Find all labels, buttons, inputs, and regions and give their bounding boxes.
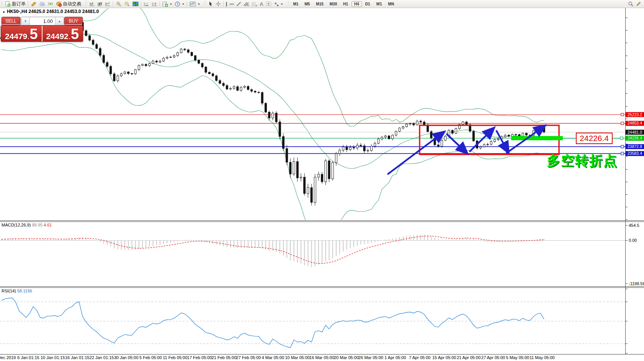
horizontal-line-tool-button[interactable]: — bbox=[228, 0, 235, 7]
candle-body bbox=[283, 136, 284, 148]
timeframe-m15[interactable]: M15 bbox=[313, 1, 326, 7]
chevron-down-icon: ▼ bbox=[24, 20, 27, 23]
chart-shift-icon bbox=[152, 1, 157, 7]
svg-text:E: E bbox=[247, 4, 249, 7]
timeframe-w1[interactable]: W1 bbox=[374, 1, 385, 7]
timeframe-d1[interactable]: D1 bbox=[363, 1, 373, 7]
candle-body bbox=[451, 130, 453, 133]
zoom-out-button[interactable] bbox=[123, 0, 131, 7]
sell-button[interactable]: SELL bbox=[2, 17, 20, 25]
candle-body bbox=[124, 72, 126, 74]
time-axis[interactable]: 27 Dec 20196 Jan 01:1510 Jan 01:1516 Jan… bbox=[0, 355, 625, 361]
auto-scroll-icon bbox=[144, 1, 149, 7]
rsi-value: 58.1156 bbox=[17, 289, 32, 293]
clock-icon bbox=[175, 1, 180, 7]
rsi-line bbox=[2, 298, 544, 348]
time-label: 4 Mar 05:00 bbox=[262, 355, 284, 360]
publish-cloud-button[interactable] bbox=[38, 0, 47, 7]
candle-body bbox=[134, 70, 136, 74]
collapse-arrow-icon[interactable]: ▲ bbox=[2, 10, 5, 13]
candle-body bbox=[142, 64, 144, 66]
add-indicator-button[interactable]: ▼ bbox=[161, 0, 173, 7]
timeframe-mn[interactable]: MN bbox=[386, 1, 397, 7]
candle-body bbox=[512, 135, 513, 136]
candle-body bbox=[272, 113, 274, 118]
period-button[interactable]: ▼ bbox=[173, 0, 186, 7]
toolbar-drag-handle[interactable] bbox=[85, 1, 87, 7]
timeframe-m5[interactable]: M5 bbox=[302, 1, 312, 7]
candle-body bbox=[378, 139, 379, 143]
macd-signal-value: 4.61 bbox=[44, 223, 52, 227]
line-chart-icon bbox=[105, 1, 111, 7]
price-callout-label[interactable]: 24226.4 bbox=[576, 133, 613, 144]
draw-mode-button[interactable] bbox=[635, 0, 642, 7]
candle-body bbox=[191, 53, 193, 56]
turning-point-annotation[interactable]: 多空转折点 bbox=[547, 152, 618, 170]
chart-title: ▲HK50-,H4 24625.0 24631.0 24453.0 24481.… bbox=[2, 9, 99, 14]
macd-name: MACD(12,26,9) bbox=[2, 223, 31, 227]
trendline-tool-button[interactable] bbox=[235, 0, 242, 7]
candle-body bbox=[237, 87, 239, 90]
candle-body bbox=[363, 146, 365, 151]
new-order-button[interactable]: 新订单 bbox=[4, 0, 27, 7]
candle-body bbox=[416, 121, 418, 125]
candle-body bbox=[92, 40, 94, 44]
channel-tool-button[interactable]: E bbox=[242, 0, 250, 7]
cloud-icon bbox=[39, 1, 46, 7]
quick-search-button[interactable] bbox=[627, 0, 635, 7]
auto-trading-button[interactable]: 自动交易 bbox=[55, 0, 82, 7]
buy-price[interactable]: 24492.5 bbox=[42, 26, 83, 41]
sell-price[interactable]: 24479.5 bbox=[1, 26, 42, 41]
candlestick-mode-button[interactable] bbox=[96, 0, 104, 7]
fibonacci-tool-button[interactable]: F bbox=[250, 0, 258, 7]
candle-body bbox=[413, 123, 415, 125]
signal-icon bbox=[48, 1, 54, 7]
chart-shift-button[interactable] bbox=[150, 0, 159, 7]
price-chart-svg[interactable]: 29298.028770.028242.027698.027170.026642… bbox=[0, 0, 644, 361]
volume-decrease-button[interactable]: ▼ bbox=[21, 17, 30, 25]
volume-value[interactable]: 1.00 bbox=[30, 17, 55, 25]
line-chart-mode-button[interactable] bbox=[104, 0, 112, 7]
templates-button[interactable]: ▼ bbox=[188, 0, 201, 7]
bar-chart-mode-button[interactable] bbox=[88, 0, 96, 7]
tile-windows-button[interactable] bbox=[131, 0, 140, 7]
text-tool-button[interactable]: A bbox=[258, 0, 264, 7]
signals-button[interactable] bbox=[47, 0, 55, 7]
timeframe-m30[interactable]: M30 bbox=[327, 1, 340, 7]
candle-body bbox=[131, 74, 133, 74]
crayon-tool-button[interactable] bbox=[29, 0, 38, 7]
cursor-tool-button[interactable] bbox=[207, 0, 214, 7]
toolbar-separator bbox=[113, 1, 113, 7]
timeframe-h4[interactable]: H4 bbox=[351, 1, 362, 7]
zoom-in-button[interactable] bbox=[114, 0, 123, 7]
candle-body bbox=[247, 86, 249, 89]
text-label-tool-button[interactable]: T bbox=[265, 0, 273, 7]
mt4-window: 新订单 自动交易 bbox=[0, 0, 644, 361]
rsi-name: RSI(14) bbox=[2, 289, 16, 293]
vertical-line-tool-button[interactable]: | bbox=[225, 0, 228, 7]
arrows-tool-button[interactable]: ▼ bbox=[273, 0, 284, 7]
crosshair-tool-button[interactable] bbox=[214, 0, 222, 7]
candle-body bbox=[113, 74, 115, 81]
macd-tick-label: 0.00 bbox=[629, 238, 637, 243]
candle-body bbox=[462, 122, 464, 125]
candle-body bbox=[198, 60, 200, 63]
toolbar-drag-handle[interactable] bbox=[204, 1, 206, 7]
toolbar-drag-handle[interactable] bbox=[1, 1, 3, 7]
chevron-up-icon: ▲ bbox=[58, 20, 61, 23]
time-label: 21 Feb 05:00 bbox=[212, 355, 237, 360]
candle-body bbox=[314, 177, 316, 202]
time-label: 26 Mar 05:00 bbox=[358, 355, 383, 360]
auto-scroll-button[interactable] bbox=[142, 0, 150, 7]
candle-body bbox=[307, 188, 309, 194]
timeframe-m1[interactable]: M1 bbox=[291, 1, 301, 7]
candle-body bbox=[212, 74, 214, 76]
candle-body bbox=[395, 131, 397, 135]
buy-button[interactable]: BUY bbox=[64, 17, 83, 25]
volume-increase-button[interactable]: ▲ bbox=[55, 17, 64, 25]
level-handle-square bbox=[621, 152, 624, 155]
toolbar-drag-handle[interactable] bbox=[288, 1, 289, 7]
candle-body bbox=[159, 61, 161, 62]
timeframe-h1[interactable]: H1 bbox=[340, 1, 351, 7]
time-label: 10 Mar 05:00 bbox=[285, 355, 310, 360]
